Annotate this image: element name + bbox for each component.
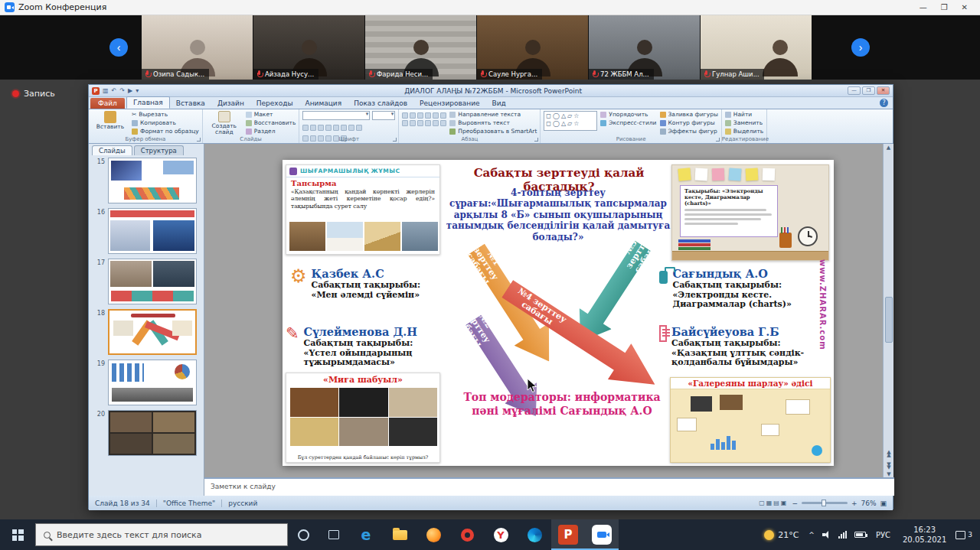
slide-thumbnail-row-selected[interactable]: 18	[89, 307, 204, 357]
zoom-percent[interactable]: 76%	[861, 500, 876, 507]
replace-button[interactable]: Заменить	[725, 119, 763, 126]
paste-button[interactable]: Вставить	[92, 111, 129, 135]
volume-icon[interactable]	[818, 531, 835, 539]
redo-icon[interactable]: ↷	[119, 87, 125, 94]
tab-review[interactable]: Рецензирование	[413, 98, 485, 109]
restore-icon[interactable]: ❐	[862, 86, 875, 95]
taskbar-app-powerpoint[interactable]: P	[551, 519, 585, 550]
language-status[interactable]: русский	[228, 500, 257, 507]
section-button[interactable]: Раздел	[246, 128, 296, 135]
align-text-button[interactable]: Выровнять текст	[449, 119, 537, 126]
tab-transitions[interactable]: Переходы	[250, 98, 299, 109]
scroll-down-icon[interactable]: ▼	[884, 474, 893, 477]
taskbar-app-yandex[interactable]: Y	[484, 519, 518, 550]
shape-fill-button[interactable]: Заливка фигуры	[660, 111, 718, 118]
font-name-combo[interactable]	[302, 111, 370, 120]
participant-video[interactable]: Айзада Нусу...	[253, 15, 364, 80]
dialog-launcher-icon[interactable]	[197, 138, 201, 142]
save-icon[interactable]: ▥	[103, 87, 109, 94]
slide-thumbnail-row[interactable]: 16	[89, 206, 204, 256]
slide-thumbnail-row[interactable]: 17	[89, 256, 204, 307]
tab-slideshow[interactable]: Показ слайдов	[348, 98, 413, 109]
layout-button[interactable]: Макет	[246, 111, 296, 118]
cortana-button[interactable]	[288, 519, 318, 550]
tab-file[interactable]: Файл	[90, 98, 125, 109]
dialog-launcher-icon[interactable]	[393, 138, 397, 142]
slide-thumbnail[interactable]	[108, 158, 197, 203]
task-view-button[interactable]	[318, 519, 349, 550]
zoom-in-icon[interactable]: +	[851, 500, 858, 507]
align-buttons-row[interactable]	[402, 120, 446, 126]
font-buttons-row[interactable]	[302, 125, 395, 131]
taskbar-app-edge-chromium[interactable]	[518, 519, 551, 550]
scroll-up-icon[interactable]: ▲	[884, 145, 893, 151]
next-slide-button[interactable]: ▼▼	[884, 464, 893, 470]
participant-video[interactable]: Сауле Нурга...	[477, 15, 588, 80]
previous-participants-button[interactable]: ‹	[109, 38, 128, 57]
hidden-icons-chevron[interactable]: ^	[805, 531, 818, 539]
tab-view[interactable]: Вид	[486, 98, 512, 109]
select-button[interactable]: Выделить	[725, 128, 763, 135]
tab-outline[interactable]: Структура	[134, 145, 184, 155]
shapes-gallery-icon[interactable]: ◻◯△▱☆◻◯△▱☆	[544, 111, 597, 131]
vertical-scrollbar[interactable]: ▲ ▲▲ ▼▼ ▼	[883, 144, 893, 477]
arrange-button[interactable]: Упорядочить	[600, 111, 656, 118]
tab-insert[interactable]: Вставка	[170, 98, 211, 109]
slide-thumbnail-row[interactable]: 20	[89, 408, 204, 458]
taskbar-search[interactable]	[35, 523, 288, 546]
slide-canvas[interactable]: ШЫҒАРМАШЫЛЫҚ ЖҰМЫС Тапсырма «Қазақстанны…	[283, 160, 834, 466]
font-size-combo[interactable]	[372, 111, 395, 120]
close-icon[interactable]: ✕	[877, 86, 890, 95]
next-participants-button[interactable]: ›	[851, 38, 870, 57]
action-center-button[interactable]: 3	[952, 531, 980, 539]
copy-button[interactable]: Копировать	[132, 119, 199, 126]
list-buttons-row[interactable]	[402, 112, 446, 119]
taskbar-app-zoom[interactable]	[585, 519, 619, 550]
language-indicator[interactable]: РУС	[870, 531, 897, 539]
slide-thumbnail-row[interactable]: 15	[89, 155, 204, 206]
undo-icon[interactable]: ↶	[112, 87, 117, 94]
shape-outline-button[interactable]: Контур фигуры	[660, 119, 718, 126]
clock[interactable]: 16:23 20.05.2021	[897, 525, 952, 545]
zoom-out-icon[interactable]: −	[792, 500, 798, 507]
scrollbar-thumb[interactable]	[885, 297, 893, 343]
reset-button[interactable]: Восстановить	[246, 119, 296, 126]
slide-thumbnail-row[interactable]: 19	[89, 357, 204, 408]
tab-slides[interactable]: Слайды	[92, 145, 132, 155]
maximize-icon[interactable]: ❐	[941, 3, 948, 11]
taskbar-app-opera[interactable]	[450, 519, 484, 550]
dialog-launcher-icon[interactable]	[534, 138, 538, 142]
tab-design[interactable]: Дизайн	[211, 98, 250, 109]
taskbar-app-firefox[interactable]	[416, 519, 450, 550]
battery-icon[interactable]	[851, 532, 870, 538]
previous-slide-button[interactable]: ▲▲	[884, 451, 893, 457]
weather-widget[interactable]: 21°C	[758, 530, 805, 540]
zoom-slider-thumb[interactable]	[822, 500, 826, 506]
quick-styles-button[interactable]: Экспресс-стили	[600, 119, 656, 126]
text-direction-button[interactable]: Направление текста	[449, 111, 537, 118]
help-icon[interactable]: ?	[880, 99, 888, 107]
shape-effects-button[interactable]: Эффекты фигур	[660, 128, 718, 135]
participant-video[interactable]: 72 ЖББМ Ал...	[589, 15, 700, 80]
minimize-icon[interactable]: —	[920, 3, 927, 11]
slide-thumbnail[interactable]	[108, 309, 197, 355]
smartart-button[interactable]: Преобразовать в SmartArt	[449, 128, 537, 135]
taskbar-app-explorer[interactable]	[383, 519, 416, 550]
search-input[interactable]	[57, 530, 279, 540]
slide-thumbnail[interactable]	[108, 410, 197, 456]
format-painter-button[interactable]: Формат по образцу	[132, 128, 199, 135]
network-icon[interactable]	[835, 531, 851, 539]
start-button[interactable]	[0, 519, 35, 550]
tab-animations[interactable]: Анимация	[299, 98, 348, 109]
participant-video[interactable]: Фарида Неси...	[365, 15, 476, 80]
notes-pane[interactable]: Заметки к слайду	[204, 477, 894, 496]
fit-to-window-icon[interactable]: ▣	[880, 500, 887, 507]
zoom-slider[interactable]	[802, 502, 848, 504]
slide-thumbnail[interactable]	[108, 259, 197, 304]
dialog-launcher-icon[interactable]	[716, 138, 720, 142]
view-buttons[interactable]: ▢▦▤▣	[759, 500, 788, 506]
taskbar-app-edge[interactable]: e	[349, 519, 383, 550]
slide-thumbnail[interactable]	[108, 360, 197, 405]
participant-video[interactable]: Озипа Садык...	[142, 15, 253, 80]
tab-home[interactable]: Главная	[126, 96, 170, 109]
